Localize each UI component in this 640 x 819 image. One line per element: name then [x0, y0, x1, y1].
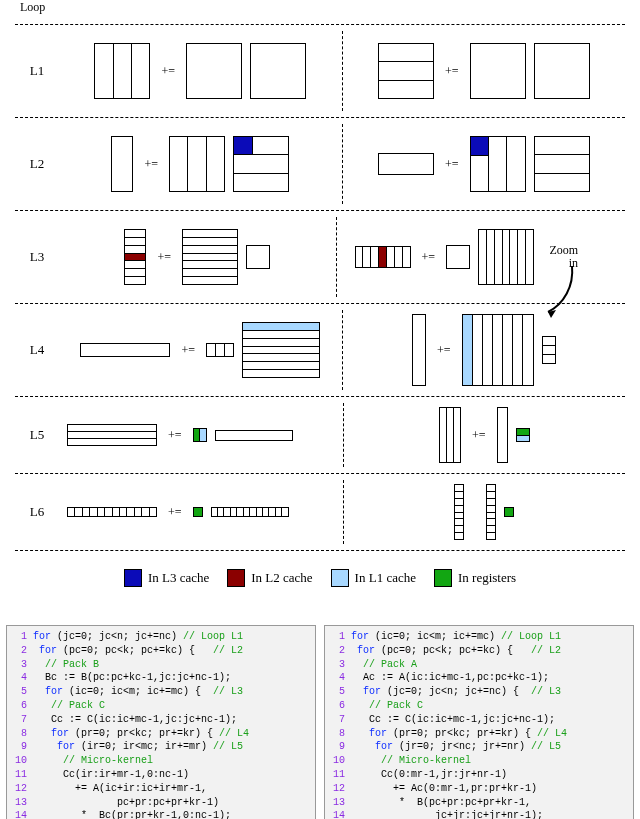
l4-right: += — [343, 314, 626, 386]
legend-item-l1: In L1 cache — [331, 569, 416, 587]
l5-right: += — [344, 407, 626, 463]
row-label: L1 — [15, 63, 59, 79]
code-panels: 1for (jc=0; jc<n; jc+=nc) // Loop L12 fo… — [0, 625, 640, 819]
loop-row-l5: L5 += += — [15, 397, 625, 474]
row-label: L5 — [15, 427, 59, 443]
legend-item-reg: In registers — [434, 569, 516, 587]
l6-right — [344, 484, 626, 540]
pluseq: += — [161, 64, 175, 79]
zoom-annotation: Zoom in — [542, 244, 578, 270]
loop-row-l3: L3 += — [15, 211, 625, 304]
swatch-icon — [434, 569, 452, 587]
l3-left: += — [59, 229, 336, 285]
row-label: L3 — [15, 249, 59, 265]
arrow-icon — [542, 262, 576, 322]
row-label: L6 — [15, 504, 59, 520]
loop-row-l4: L4 += += — [15, 304, 625, 397]
l2-right: += — [343, 136, 626, 192]
l4-left: += — [59, 322, 342, 378]
l5-left: += — [59, 424, 343, 446]
pluseq: += — [445, 64, 459, 79]
page: Loop L1 += += — [0, 0, 640, 819]
loop-heading: Loop — [20, 0, 45, 15]
legend-item-l2: In L2 cache — [227, 569, 312, 587]
l1-left: += — [59, 43, 342, 99]
swatch-icon — [227, 569, 245, 587]
row-label: L2 — [15, 156, 59, 172]
algorithm-right: 1for (ic=0; ic<m; ic+=mc) // Loop L12 fo… — [324, 625, 634, 819]
loop-row-l6: L6 += — [15, 474, 625, 551]
loop-diagram: Loop L1 += += — [0, 0, 640, 625]
algorithm-left: 1for (jc=0; jc<n; jc+=nc) // Loop L12 fo… — [6, 625, 316, 819]
l1-right: += — [343, 43, 626, 99]
swatch-icon — [124, 569, 142, 587]
row-label: L4 — [15, 342, 59, 358]
l2-left: += — [59, 136, 342, 192]
swatch-icon — [331, 569, 349, 587]
legend: In L3 cache In L2 cache In L1 cache In r… — [15, 551, 625, 615]
l3-right: += Zoom in — [337, 229, 626, 285]
loop-row-l1: L1 += += — [15, 25, 625, 118]
loop-row-l2: L2 += += — [15, 118, 625, 211]
legend-item-l3: In L3 cache — [124, 569, 209, 587]
l6-left: += — [59, 505, 343, 520]
